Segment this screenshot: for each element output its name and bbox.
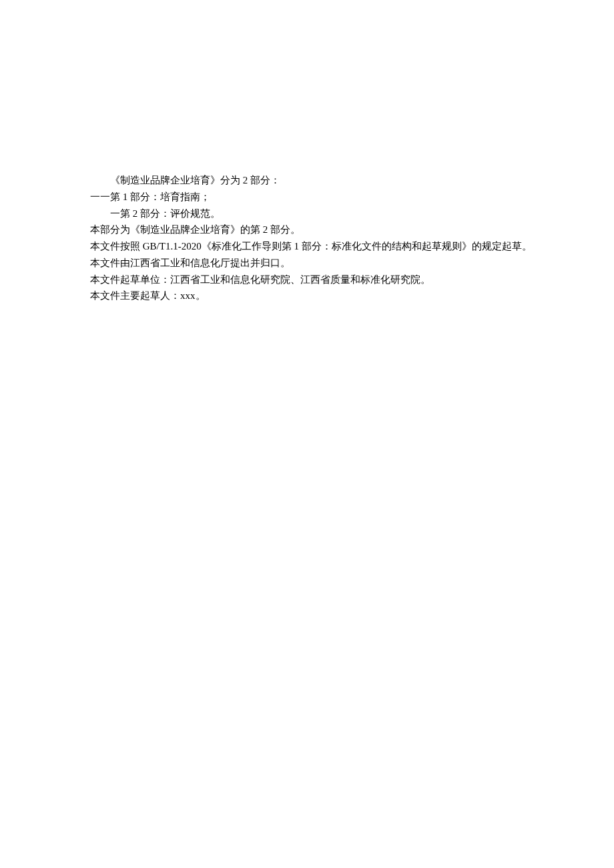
paragraph-line-2: 一一第 1 部分：培育指南；: [90, 189, 541, 205]
paragraph-line-8: 本文件主要起草人：xxx。: [90, 288, 541, 304]
paragraph-line-4: 本部分为《制造业品牌企业培育》的第 2 部分。: [90, 222, 541, 238]
document-page: 《制造业品牌企业培育》分为 2 部分： 一一第 1 部分：培育指南； 一第 2 …: [0, 0, 614, 304]
paragraph-line-7: 本文件起草单位：江西省工业和信息化研究院、江西省质量和标准化研究院。: [90, 272, 541, 288]
paragraph-line-6: 本文件由江西省工业和信息化厅提出并归口。: [90, 255, 541, 272]
paragraph-line-5: 本文件按照 GB/T1.1-2020《标准化工作导则第 1 部分：标准化文件的结…: [90, 238, 541, 255]
paragraph-line-3: 一第 2 部分：评价规范。: [90, 205, 541, 222]
paragraph-line-1: 《制造业品牌企业培育》分为 2 部分：: [90, 172, 541, 189]
